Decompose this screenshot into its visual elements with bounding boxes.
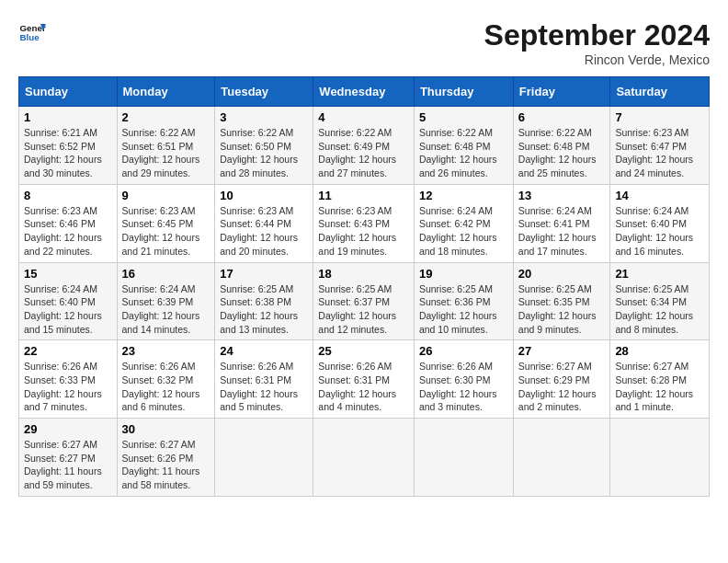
day-info: Sunrise: 6:24 AM Sunset: 6:39 PM Dayligh… bbox=[122, 282, 210, 337]
day-info: Sunrise: 6:27 AM Sunset: 6:28 PM Dayligh… bbox=[615, 360, 704, 414]
col-monday: Monday bbox=[117, 77, 215, 107]
day-number: 16 bbox=[122, 267, 210, 281]
table-row bbox=[313, 419, 415, 497]
day-info: Sunrise: 6:25 AM Sunset: 6:38 PM Dayligh… bbox=[220, 282, 308, 337]
day-number: 3 bbox=[220, 110, 308, 124]
day-number: 11 bbox=[318, 189, 409, 202]
table-row: 5Sunrise: 6:22 AM Sunset: 6:48 PM Daylig… bbox=[414, 107, 513, 185]
table-row: 12Sunrise: 6:24 AM Sunset: 6:42 PM Dayli… bbox=[414, 184, 513, 262]
calendar-week-row: 8Sunrise: 6:23 AM Sunset: 6:46 PM Daylig… bbox=[19, 184, 710, 262]
table-row: 11Sunrise: 6:23 AM Sunset: 6:43 PM Dayli… bbox=[313, 184, 415, 262]
day-number: 22 bbox=[24, 344, 112, 358]
day-info: Sunrise: 6:26 AM Sunset: 6:33 PM Dayligh… bbox=[24, 360, 112, 414]
day-info: Sunrise: 6:22 AM Sunset: 6:50 PM Dayligh… bbox=[220, 126, 308, 180]
table-row: 22Sunrise: 6:26 AM Sunset: 6:33 PM Dayli… bbox=[19, 340, 118, 419]
day-number: 7 bbox=[615, 110, 704, 124]
day-number: 21 bbox=[615, 267, 704, 281]
col-thursday: Thursday bbox=[414, 77, 513, 107]
day-number: 12 bbox=[419, 189, 508, 202]
day-info: Sunrise: 6:23 AM Sunset: 6:44 PM Dayligh… bbox=[220, 204, 308, 259]
col-wednesday: Wednesday bbox=[313, 77, 415, 107]
logo-icon: General Blue bbox=[18, 18, 46, 46]
day-info: Sunrise: 6:25 AM Sunset: 6:36 PM Dayligh… bbox=[419, 282, 508, 337]
table-row: 4Sunrise: 6:22 AM Sunset: 6:49 PM Daylig… bbox=[313, 107, 415, 185]
day-info: Sunrise: 6:24 AM Sunset: 6:40 PM Dayligh… bbox=[24, 282, 112, 337]
col-friday: Friday bbox=[513, 77, 610, 107]
col-saturday: Saturday bbox=[610, 77, 710, 107]
logo: General Blue bbox=[18, 18, 46, 46]
table-row: 27Sunrise: 6:27 AM Sunset: 6:29 PM Dayli… bbox=[513, 340, 610, 419]
svg-text:Blue: Blue bbox=[20, 32, 40, 42]
day-number: 23 bbox=[122, 344, 210, 358]
table-row: 25Sunrise: 6:26 AM Sunset: 6:31 PM Dayli… bbox=[313, 340, 415, 419]
calendar-week-row: 15Sunrise: 6:24 AM Sunset: 6:40 PM Dayli… bbox=[19, 262, 710, 340]
table-row: 23Sunrise: 6:26 AM Sunset: 6:32 PM Dayli… bbox=[117, 340, 215, 419]
day-number: 20 bbox=[518, 267, 606, 281]
day-info: Sunrise: 6:24 AM Sunset: 6:41 PM Dayligh… bbox=[518, 204, 606, 259]
calendar-table: Sunday Monday Tuesday Wednesday Thursday… bbox=[18, 76, 710, 497]
day-number: 10 bbox=[220, 189, 308, 202]
table-row: 29Sunrise: 6:27 AM Sunset: 6:27 PM Dayli… bbox=[19, 419, 118, 497]
day-number: 1 bbox=[24, 110, 112, 124]
day-number: 5 bbox=[419, 110, 508, 124]
table-row bbox=[610, 419, 710, 497]
table-row: 10Sunrise: 6:23 AM Sunset: 6:44 PM Dayli… bbox=[215, 184, 313, 262]
day-info: Sunrise: 6:21 AM Sunset: 6:52 PM Dayligh… bbox=[24, 126, 112, 180]
table-row: 7Sunrise: 6:23 AM Sunset: 6:47 PM Daylig… bbox=[610, 107, 710, 185]
table-row: 2Sunrise: 6:22 AM Sunset: 6:51 PM Daylig… bbox=[117, 107, 215, 185]
table-row: 26Sunrise: 6:26 AM Sunset: 6:30 PM Dayli… bbox=[414, 340, 513, 419]
day-info: Sunrise: 6:24 AM Sunset: 6:40 PM Dayligh… bbox=[615, 204, 704, 259]
day-info: Sunrise: 6:24 AM Sunset: 6:42 PM Dayligh… bbox=[419, 204, 508, 259]
day-number: 24 bbox=[220, 344, 308, 358]
table-row: 6Sunrise: 6:22 AM Sunset: 6:48 PM Daylig… bbox=[513, 107, 610, 185]
day-number: 14 bbox=[615, 189, 704, 202]
title-area: September 2024 Rincon Verde, Mexico bbox=[484, 18, 710, 67]
table-row bbox=[513, 419, 610, 497]
table-row: 17Sunrise: 6:25 AM Sunset: 6:38 PM Dayli… bbox=[215, 262, 313, 340]
day-info: Sunrise: 6:22 AM Sunset: 6:49 PM Dayligh… bbox=[318, 126, 409, 180]
day-number: 26 bbox=[419, 344, 508, 358]
day-number: 2 bbox=[122, 110, 210, 124]
table-row: 21Sunrise: 6:25 AM Sunset: 6:34 PM Dayli… bbox=[610, 262, 710, 340]
table-row: 16Sunrise: 6:24 AM Sunset: 6:39 PM Dayli… bbox=[117, 262, 215, 340]
day-number: 15 bbox=[24, 267, 112, 281]
calendar-week-row: 1Sunrise: 6:21 AM Sunset: 6:52 PM Daylig… bbox=[19, 107, 710, 185]
day-info: Sunrise: 6:27 AM Sunset: 6:26 PM Dayligh… bbox=[122, 438, 210, 492]
day-info: Sunrise: 6:27 AM Sunset: 6:29 PM Dayligh… bbox=[518, 360, 606, 414]
table-row: 9Sunrise: 6:23 AM Sunset: 6:45 PM Daylig… bbox=[117, 184, 215, 262]
table-row: 24Sunrise: 6:26 AM Sunset: 6:31 PM Dayli… bbox=[215, 340, 313, 419]
day-number: 9 bbox=[122, 189, 210, 202]
col-tuesday: Tuesday bbox=[215, 77, 313, 107]
day-number: 19 bbox=[419, 267, 508, 281]
page-header: General Blue September 2024 Rincon Verde… bbox=[18, 18, 710, 67]
day-number: 29 bbox=[24, 422, 112, 436]
day-info: Sunrise: 6:25 AM Sunset: 6:34 PM Dayligh… bbox=[615, 282, 704, 337]
table-row bbox=[414, 419, 513, 497]
day-info: Sunrise: 6:25 AM Sunset: 6:35 PM Dayligh… bbox=[518, 282, 606, 337]
table-row: 28Sunrise: 6:27 AM Sunset: 6:28 PM Dayli… bbox=[610, 340, 710, 419]
table-row: 19Sunrise: 6:25 AM Sunset: 6:36 PM Dayli… bbox=[414, 262, 513, 340]
day-info: Sunrise: 6:23 AM Sunset: 6:46 PM Dayligh… bbox=[24, 204, 112, 259]
day-number: 25 bbox=[318, 344, 409, 358]
day-number: 18 bbox=[318, 267, 409, 281]
table-row bbox=[215, 419, 313, 497]
day-info: Sunrise: 6:22 AM Sunset: 6:51 PM Dayligh… bbox=[122, 126, 210, 180]
day-info: Sunrise: 6:26 AM Sunset: 6:30 PM Dayligh… bbox=[419, 360, 508, 414]
day-number: 13 bbox=[518, 189, 606, 202]
day-info: Sunrise: 6:23 AM Sunset: 6:43 PM Dayligh… bbox=[318, 204, 409, 259]
day-info: Sunrise: 6:23 AM Sunset: 6:47 PM Dayligh… bbox=[615, 126, 704, 180]
table-row: 18Sunrise: 6:25 AM Sunset: 6:37 PM Dayli… bbox=[313, 262, 415, 340]
day-number: 28 bbox=[615, 344, 704, 358]
table-row: 8Sunrise: 6:23 AM Sunset: 6:46 PM Daylig… bbox=[19, 184, 118, 262]
day-info: Sunrise: 6:26 AM Sunset: 6:32 PM Dayligh… bbox=[122, 360, 210, 414]
day-number: 4 bbox=[318, 110, 409, 124]
day-number: 17 bbox=[220, 267, 308, 281]
location: Rincon Verde, Mexico bbox=[484, 52, 710, 67]
table-row: 3Sunrise: 6:22 AM Sunset: 6:50 PM Daylig… bbox=[215, 107, 313, 185]
table-row: 15Sunrise: 6:24 AM Sunset: 6:40 PM Dayli… bbox=[19, 262, 118, 340]
month-title: September 2024 bbox=[484, 18, 710, 52]
day-number: 30 bbox=[122, 422, 210, 436]
day-info: Sunrise: 6:26 AM Sunset: 6:31 PM Dayligh… bbox=[318, 360, 409, 414]
table-row: 30Sunrise: 6:27 AM Sunset: 6:26 PM Dayli… bbox=[117, 419, 215, 497]
day-number: 8 bbox=[24, 189, 112, 202]
